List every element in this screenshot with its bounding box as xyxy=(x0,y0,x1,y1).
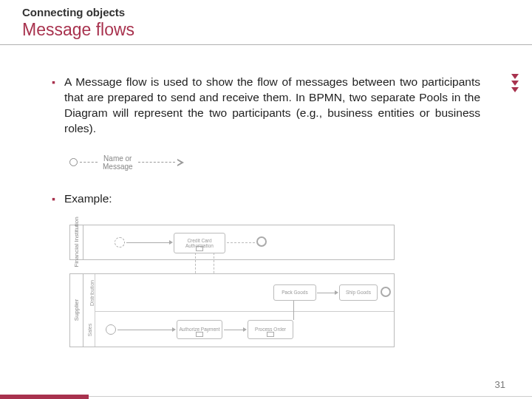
sequence-flow xyxy=(224,330,245,330)
pool-header: Financial Institution xyxy=(70,225,83,259)
arrow-icon xyxy=(243,327,247,332)
slide-header: Connecting objects Message flows xyxy=(0,0,532,45)
message-flow-label: Name or Message xyxy=(100,154,136,171)
task-pack-goods: Pack Goods xyxy=(273,284,316,301)
triangle-down-icon xyxy=(511,74,519,79)
header-overline: Connecting objects xyxy=(22,6,510,18)
label-line2: Message xyxy=(103,163,133,171)
dash-line xyxy=(138,162,175,163)
triangle-down-icon xyxy=(511,87,519,92)
header-title: Message flows xyxy=(22,20,510,40)
bullet-text: Example: xyxy=(64,191,112,207)
lane-divider xyxy=(95,311,394,312)
bullet-item: ▪ Example: xyxy=(52,191,480,207)
arrow-icon xyxy=(335,290,338,295)
pool-label: Supplier xyxy=(73,299,80,321)
task-credit-auth: Credit Card Authorization xyxy=(174,233,225,253)
page-number: 31 xyxy=(495,379,505,390)
start-event-icon xyxy=(115,237,125,248)
footer-accent xyxy=(0,395,89,399)
end-event-icon xyxy=(381,287,391,297)
dashed-flow xyxy=(227,242,255,243)
task-label: Pack Goods xyxy=(282,290,307,295)
label-line1: Name or xyxy=(103,154,132,163)
sequence-flow-vertical xyxy=(293,301,294,320)
bullet-icon: ▪ xyxy=(52,76,55,137)
pool-financial: Financial Institution Credit Card Author… xyxy=(69,225,395,260)
task-authorize-payment: Authorize Payment xyxy=(177,320,222,339)
envelope-icon xyxy=(267,332,274,337)
bullet-icon: ▪ xyxy=(52,193,55,207)
bpmn-diagram: Financial Institution Credit Card Author… xyxy=(69,225,402,350)
envelope-icon xyxy=(196,246,203,251)
sequence-flow xyxy=(126,242,171,243)
end-event-icon xyxy=(256,236,267,247)
open-arrow-icon xyxy=(177,159,184,166)
bullet-text: A Message flow is used to show the flow … xyxy=(64,75,480,137)
decorative-arrows xyxy=(511,74,519,92)
footer-line xyxy=(89,396,532,397)
arrow-icon xyxy=(172,327,176,332)
slide-content: ▪ A Message flow is used to show the flo… xyxy=(0,45,532,350)
lane-label: Distribution xyxy=(89,280,95,306)
pool-header: Supplier xyxy=(70,274,83,347)
lane-label: Sales xyxy=(87,323,92,336)
sequence-flow xyxy=(317,293,336,293)
example-diagram-wrap: Financial Institution Credit Card Author… xyxy=(69,225,480,350)
bullet-item: ▪ A Message flow is used to show the flo… xyxy=(52,75,480,137)
pool-label: Financial Institution xyxy=(73,216,80,267)
task-ship-goods: Ship Goods xyxy=(339,284,378,301)
task-label: Ship Goods xyxy=(346,290,371,295)
arrow-icon xyxy=(169,240,173,245)
pool-supplier: Supplier Distribution Sales Pack Goods S… xyxy=(69,273,395,347)
open-circle-icon xyxy=(69,158,78,166)
start-event-icon xyxy=(106,324,116,335)
envelope-icon xyxy=(196,332,203,337)
triangle-down-icon xyxy=(511,81,519,86)
task-process-order: Process Order xyxy=(248,320,293,339)
message-flow-notation: Name or Message xyxy=(69,154,480,171)
dash-line xyxy=(80,162,98,163)
sequence-flow xyxy=(117,330,174,330)
